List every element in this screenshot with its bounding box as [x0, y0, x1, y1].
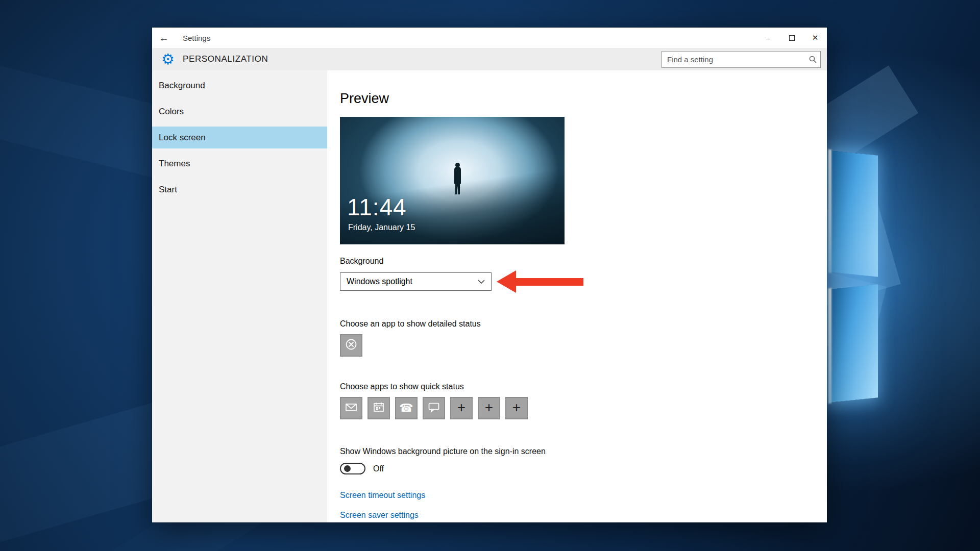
sidebar-item-label: Start: [159, 185, 177, 195]
quick-status-mail-tile[interactable]: [340, 397, 362, 419]
quick-status-add-tile[interactable]: +: [505, 397, 528, 419]
close-icon: ✕: [812, 33, 819, 42]
detailed-status-row: [340, 334, 827, 357]
toggle-state-label: Off: [373, 464, 384, 473]
page-title: PERSONALIZATION: [183, 54, 268, 64]
quick-status-messaging-tile[interactable]: [423, 397, 445, 419]
background-dropdown-value: Windows spotlight: [347, 277, 412, 286]
phone-icon: ☎: [399, 403, 413, 414]
plus-icon: +: [457, 400, 465, 415]
gear-icon: ⚙: [161, 52, 175, 67]
window-title: Settings: [183, 34, 210, 42]
annotation-arrow-shaft: [516, 278, 583, 286]
search-icon[interactable]: [805, 56, 820, 63]
sidebar-item-themes[interactable]: Themes: [152, 153, 327, 174]
settings-window: ← Settings – ✕ ⚙ PERSONALIZATION Backgro…: [152, 28, 827, 522]
quick-status-label: Choose apps to show quick status: [340, 382, 827, 391]
plus-icon: +: [512, 400, 521, 415]
main-content: Preview 11:44 Friday, January 15 Backgro…: [327, 70, 827, 522]
back-button[interactable]: ←: [152, 28, 176, 48]
minimize-button[interactable]: –: [756, 28, 780, 48]
signin-background-toggle[interactable]: [340, 463, 365, 474]
search-input[interactable]: [662, 55, 805, 64]
sidebar-item-lock-screen[interactable]: Lock screen: [152, 127, 327, 148]
windows-logo-pane: [831, 151, 878, 277]
preview-heading: Preview: [340, 91, 827, 107]
sidebar: Background Colors Lock screen Themes Sta…: [152, 70, 327, 522]
close-button[interactable]: ✕: [803, 28, 827, 48]
minimize-icon: –: [766, 34, 770, 42]
silhouette-figure: [455, 182, 460, 194]
annotation-arrow: [497, 270, 583, 293]
silhouette-figure: [454, 167, 461, 184]
mail-icon: [345, 400, 358, 416]
search-box: [662, 51, 821, 68]
preview-clock-time: 11:44: [347, 193, 407, 221]
maximize-button[interactable]: [780, 28, 803, 48]
quick-status-add-tile[interactable]: +: [450, 397, 473, 419]
annotation-arrow-head: [497, 270, 516, 293]
quick-status-phone-tile[interactable]: ☎: [395, 397, 418, 419]
calendar-icon: [372, 400, 385, 416]
messaging-icon: [427, 400, 440, 416]
sidebar-item-start[interactable]: Start: [152, 179, 327, 201]
quick-status-add-tile[interactable]: +: [478, 397, 500, 419]
caption-buttons: – ✕: [756, 28, 827, 48]
detailed-status-xbox-tile[interactable]: [340, 334, 362, 357]
preview-clock-date: Friday, January 15: [348, 223, 415, 232]
sidebar-item-background[interactable]: Background: [152, 74, 327, 96]
screen-saver-settings-link[interactable]: Screen saver settings: [340, 511, 827, 520]
background-dropdown[interactable]: Windows spotlight: [340, 272, 492, 291]
sidebar-item-colors[interactable]: Colors: [152, 101, 327, 122]
sidebar-item-label: Colors: [159, 107, 184, 117]
titlebar: ← Settings – ✕: [152, 28, 827, 48]
sidebar-item-label: Themes: [159, 159, 190, 169]
app-header: ⚙ PERSONALIZATION: [152, 48, 827, 70]
quick-status-row: ☎ + + +: [340, 397, 827, 419]
signin-background-label: Show Windows background picture on the s…: [340, 447, 827, 456]
windows-logo-pane: [831, 284, 878, 403]
background-dropdown-label: Background: [340, 257, 827, 266]
maximize-icon: [789, 35, 795, 41]
sidebar-item-label: Background: [159, 81, 205, 91]
background-select-row: Windows spotlight: [340, 270, 827, 293]
plus-icon: +: [485, 400, 493, 415]
xbox-icon: [345, 338, 358, 353]
window-body: Background Colors Lock screen Themes Sta…: [152, 70, 827, 522]
detailed-status-label: Choose an app to show detailed status: [340, 319, 827, 329]
screen-timeout-settings-link[interactable]: Screen timeout settings: [340, 491, 827, 500]
sidebar-item-label: Lock screen: [159, 133, 206, 143]
desktop-wallpaper: ← Settings – ✕ ⚙ PERSONALIZATION Backgro…: [0, 0, 980, 551]
quick-status-calendar-tile[interactable]: [368, 397, 390, 419]
signin-toggle-row: Off: [340, 463, 827, 474]
back-arrow-icon: ←: [159, 32, 169, 43]
lock-screen-preview-image: 11:44 Friday, January 15: [340, 117, 565, 244]
chevron-down-icon: [478, 277, 485, 286]
